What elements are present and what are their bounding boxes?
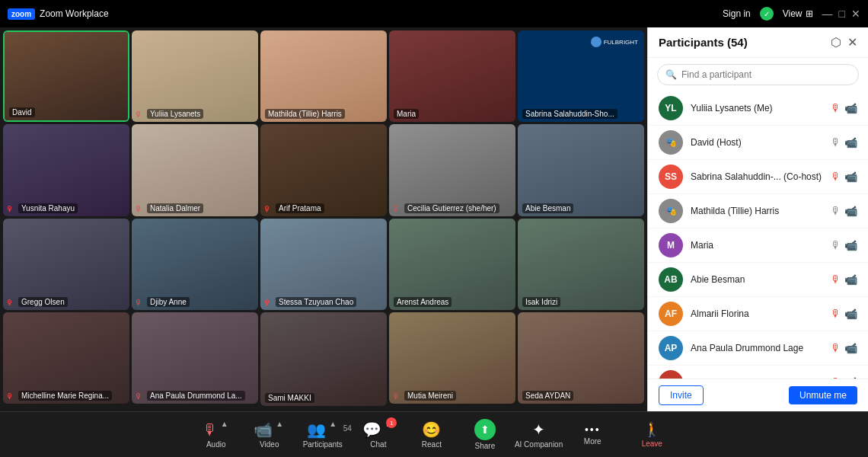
participant-name-yuliia: Yuliia Lysanets (Me) xyxy=(691,103,823,113)
video-cell-arif[interactable]: 🎙 Arif Pratama xyxy=(260,124,387,216)
participant-name-maria: Maria xyxy=(691,240,823,251)
participant-name-ana: Ana Paula Drummond Lage xyxy=(691,343,823,353)
participant-label-yuliia: Yuliia Lysanets xyxy=(147,109,203,119)
video-cell-david[interactable]: David xyxy=(3,30,129,122)
participant-item-maria[interactable]: M Maria 🎙 📹 xyxy=(648,228,868,263)
mic-status-abie: 🎙 xyxy=(831,273,841,286)
avatar-abie: AB xyxy=(659,267,683,292)
audio-icon: 🎙 xyxy=(203,421,218,439)
participant-icons-sabrina: 🎙 📹 xyxy=(831,171,857,183)
minimize-button[interactable]: — xyxy=(822,8,833,20)
video-cell-sami[interactable]: Sami MAKKI xyxy=(260,312,387,406)
participant-list: YL Yuliia Lysanets (Me) 🎙 📹 🎭 David (Hos… xyxy=(648,91,868,379)
video-cell-mutia[interactable]: 🎙 Mutia Meireni xyxy=(389,312,515,404)
video-status-yuliia: 📹 xyxy=(844,102,857,114)
mute-icon-yuliia: 🎙 xyxy=(135,110,142,119)
toolbar-item-more[interactable]: ••• More xyxy=(566,419,619,450)
participant-label-arenst: Arenst Andreas xyxy=(394,297,452,307)
participant-item-ana-ramirez[interactable]: AR ana ramirez 🎙 📹 xyxy=(648,366,868,379)
more-label: More xyxy=(584,437,602,446)
toolbar-item-chat[interactable]: 💬 1 ▲ Chat xyxy=(352,416,405,453)
avatar-david: 🎭 xyxy=(659,130,683,155)
video-status-mathilda: 📹 xyxy=(844,205,857,217)
close-panel-button[interactable]: ✕ xyxy=(847,35,857,50)
participant-item-ana[interactable]: AP Ana Paula Drummond Lage 🎙 📹 xyxy=(648,331,868,366)
video-cell-gregg[interactable]: 🎙 Gregg Olsen xyxy=(3,219,129,310)
search-box: 🔍 xyxy=(657,64,859,85)
video-cell-cecilia[interactable]: 🎙 Cecilia Gutierrez (she/her) xyxy=(389,124,515,216)
video-label: Video xyxy=(260,440,279,449)
participant-icons-ana: 🎙 📹 xyxy=(831,342,857,354)
participant-icons-abie: 🎙 📹 xyxy=(831,273,857,286)
toolbar-item-react[interactable]: 😊 React xyxy=(405,416,458,453)
participant-icons-mathilda: 🎙 📹 xyxy=(831,205,857,217)
video-status-ana: 📹 xyxy=(844,342,857,354)
view-button[interactable]: View ⊞ xyxy=(783,8,813,19)
participant-name-mathilda: Mathilda (Tillie) Harris xyxy=(691,206,823,216)
participant-label-michelline: Michelline Marie Regina... xyxy=(18,391,112,401)
video-cell-seda[interactable]: Seda AYDAN xyxy=(518,312,644,404)
mute-icon-cecilia: 🎙 xyxy=(392,205,400,213)
participant-label-maria: Maria xyxy=(394,109,419,119)
audio-caret[interactable]: ▲ xyxy=(219,420,230,428)
avatar-sabrina: SS xyxy=(659,165,683,189)
video-grid: David 🎙 Yuliia Lysanets Mathilda (Tillie… xyxy=(3,30,644,408)
participant-item-yuliia[interactable]: YL Yuliia Lysanets (Me) 🎙 📹 xyxy=(648,91,868,126)
video-cell-mathilda[interactable]: Mathilda (Tillie) Harris xyxy=(260,30,387,122)
view-label: View xyxy=(783,8,803,19)
video-cell-abie[interactable]: Abie Besman xyxy=(518,124,644,216)
video-cell-natalia[interactable]: 🎙 Natalia Dalmer xyxy=(132,124,258,216)
participant-label-arif: Arif Pratama xyxy=(276,203,324,213)
video-cell-sabrina[interactable]: FULBRIGHT Sabrina Salahuddin-Sho... xyxy=(518,30,644,122)
participant-item-sabrina[interactable]: SS Sabrina Salahuddin-... (Co-host) 🎙 📹 xyxy=(648,160,868,194)
participant-item-almarii[interactable]: AF Almarii Florina 🎙 📹 xyxy=(648,297,868,331)
video-status-maria: 📹 xyxy=(844,239,857,251)
mute-icon-michelline: 🎙 xyxy=(6,392,14,401)
toolbar-item-audio[interactable]: 🎙 ▲ Audio xyxy=(190,417,243,453)
popout-button[interactable]: ⬡ xyxy=(831,35,841,50)
video-cell-yusnita[interactable]: 🎙 Yusnita Rahayu xyxy=(3,124,129,216)
video-cell-yuliia[interactable]: 🎙 Yuliia Lysanets xyxy=(132,30,258,122)
avatar-mathilda: 🎭 xyxy=(659,199,683,223)
security-icon: ✓ xyxy=(760,7,774,21)
toolbar-item-video[interactable]: 📹 ▲ Video xyxy=(243,416,296,453)
video-cell-michelline[interactable]: 🎙 Michelline Marie Regina... xyxy=(3,312,129,404)
participants-caret[interactable]: ▲ xyxy=(327,420,338,428)
search-input[interactable] xyxy=(681,69,850,80)
toolbar-item-share[interactable]: ⬆ Share xyxy=(458,414,512,455)
ai-companion-icon: ✦ xyxy=(532,420,545,439)
video-cell-stessa[interactable]: 🎙 Stessa Tzuyuan Chao xyxy=(260,219,387,310)
panel-actions: ⬡ ✕ xyxy=(831,35,857,50)
close-button[interactable]: ✕ xyxy=(851,8,860,20)
toolbar-item-participants[interactable]: 👥 ▲ Participants xyxy=(296,416,349,453)
sign-in-button[interactable]: Sign in xyxy=(723,8,751,19)
video-status-almarii: 📹 xyxy=(844,308,857,320)
video-caret[interactable]: ▲ xyxy=(274,420,285,428)
invite-button[interactable]: Invite xyxy=(659,385,704,405)
video-cell-arenst[interactable]: Arenst Andreas xyxy=(389,219,515,310)
avatar-almarii: AF xyxy=(659,302,683,326)
participant-item-mathilda[interactable]: 🎭 Mathilda (Tillie) Harris 🎙 📹 xyxy=(648,194,868,228)
mute-icon-djiby: 🎙 xyxy=(135,299,142,307)
panel-footer: Invite Unmute me xyxy=(648,379,868,411)
participant-label-cecilia: Cecilia Gutierrez (she/her) xyxy=(404,203,499,213)
maximize-button[interactable]: □ xyxy=(839,8,845,20)
mic-status-mathilda: 🎙 xyxy=(831,205,841,217)
video-status-sabrina: 📹 xyxy=(844,171,857,183)
participant-label-stessa: Stessa Tzuyuan Chao xyxy=(276,297,356,307)
video-cell-isak[interactable]: Isak Idrizi xyxy=(518,219,644,310)
toolbar-item-ai-companion[interactable]: ✦ AI Companion xyxy=(512,416,566,453)
participant-item-david[interactable]: 🎭 David (Host) 🎙 📹 xyxy=(648,126,868,160)
video-status-david: 📹 xyxy=(844,136,857,149)
video-cell-ana[interactable]: 🎙 Ana Paula Drummond La... xyxy=(132,312,258,404)
video-grid-container: David 🎙 Yuliia Lysanets Mathilda (Tillie… xyxy=(0,27,647,411)
participant-label-ana: Ana Paula Drummond La... xyxy=(147,391,245,401)
toolbar-item-leave[interactable]: 🚶 Leave xyxy=(625,417,678,452)
mic-status-maria: 🎙 xyxy=(831,239,841,251)
video-cell-djiby[interactable]: 🎙 Djiby Anne xyxy=(132,219,258,310)
unmute-button[interactable]: Unmute me xyxy=(789,386,857,404)
mute-icon-stessa: 🎙 xyxy=(263,299,271,307)
participant-item-abie[interactable]: AB Abie Besman 🎙 📹 xyxy=(648,263,868,297)
video-cell-maria[interactable]: Maria xyxy=(389,30,515,122)
zoom-logo: zoom Zoom Workplace xyxy=(8,8,109,20)
